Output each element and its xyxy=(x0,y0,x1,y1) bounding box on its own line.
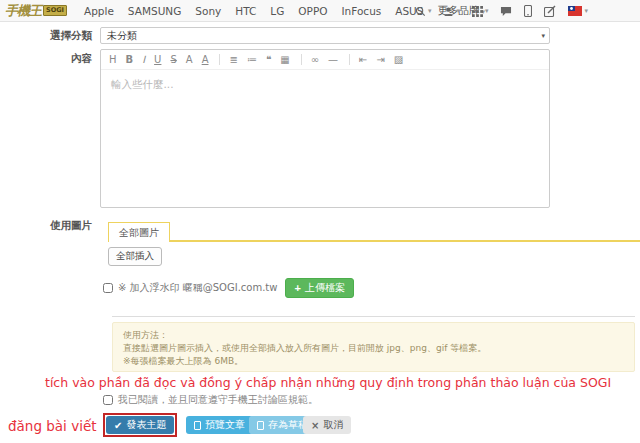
chevron-down-icon: ▾ xyxy=(584,7,588,15)
horizontal-rule-icon[interactable]: — xyxy=(328,51,338,69)
site-logo[interactable]: 手機王 SOGI xyxy=(5,2,67,20)
draft-button-label: 存為草稿 xyxy=(268,418,308,432)
underline-icon[interactable]: U xyxy=(154,51,161,69)
page: 手機王 SOGI Apple SAMSUNG Sony HTC LG OPPO … xyxy=(0,0,640,443)
category-selected-value: 未分類 xyxy=(107,29,137,43)
user-icon[interactable]: ▾ xyxy=(437,6,466,17)
link-icon[interactable]: ∞ xyxy=(311,51,319,69)
annotation-agree-note: tích vào phần đã đọc và đồng ý chấp nhận… xyxy=(45,375,611,390)
bold-icon[interactable]: B xyxy=(126,51,134,69)
tab-all-images[interactable]: 全部圖片 xyxy=(108,222,170,242)
document-icon xyxy=(257,421,264,430)
close-icon: × xyxy=(311,420,319,431)
outdent-icon[interactable]: ⇤ xyxy=(359,51,367,69)
apps-grid-icon[interactable]: ▾ xyxy=(466,6,495,17)
content-label: 內容 xyxy=(28,52,92,66)
chevron-down-icon: ▾ xyxy=(428,7,432,15)
editor-toolbar: H B I U S A A ≣ ≔ ❝ ▦ ∞ — ⇤ ⇥ ▨ xyxy=(101,50,549,70)
annotation-post-note: đăng bài viết xyxy=(8,418,96,434)
tips-line-2: ※每張檔案最大上限為 6MB。 xyxy=(123,355,624,368)
heading-icon[interactable]: H xyxy=(109,51,117,69)
annotation-highlight-frame: ✔ 發表主題 xyxy=(103,413,177,437)
plus-icon: + xyxy=(294,283,300,293)
tab-underline xyxy=(108,240,640,242)
agreement-row: 我已閱讀，並且同意遵守手機王討論區規範。 xyxy=(103,393,318,407)
usage-tips-box: 使用方法： 直接點選圖片圖示插入，或使用全部插入放入所有圖片，目前開放 jpg、… xyxy=(112,322,635,372)
comment-icon[interactable] xyxy=(494,6,518,17)
watermark-checkbox[interactable] xyxy=(103,283,113,293)
logo-text: 手機王 xyxy=(5,2,41,20)
nav-item-infocus[interactable]: InFocus xyxy=(335,5,389,17)
italic-icon[interactable]: I xyxy=(142,51,145,69)
section-divider xyxy=(112,316,635,317)
font-color-icon[interactable]: A xyxy=(202,51,209,69)
edit-icon[interactable] xyxy=(538,5,562,17)
document-icon xyxy=(194,421,201,430)
upload-button-label: 上傳檔案 xyxy=(305,281,345,295)
table-icon[interactable]: ▦ xyxy=(280,51,289,69)
agreement-checkbox[interactable] xyxy=(103,395,113,405)
logo-badge: SOGI xyxy=(43,5,67,16)
preview-button-label: 預覽文章 xyxy=(205,418,245,432)
mobile-phone-icon[interactable] xyxy=(518,5,538,17)
font-size-icon[interactable]: A xyxy=(186,51,193,69)
list-ul-icon[interactable]: ≣ xyxy=(229,51,237,69)
toolbar-divider xyxy=(301,54,302,65)
nav-item-oppo[interactable]: OPPO xyxy=(291,5,334,17)
submit-button-label: 發表主題 xyxy=(126,418,166,432)
watermark-label: ※ 加入浮水印 暱稱@SOGI.com.tw xyxy=(118,281,277,295)
cancel-button[interactable]: × 取消 xyxy=(303,416,351,434)
image-icon[interactable]: ▨ xyxy=(394,51,403,69)
nav-item-sony[interactable]: Sony xyxy=(188,5,228,17)
insert-all-button[interactable]: 全部插入 xyxy=(108,247,162,266)
nav-item-samsung[interactable]: SAMSUNG xyxy=(121,5,188,17)
upload-file-button[interactable]: + 上傳檔案 xyxy=(285,278,353,298)
watermark-row: ※ 加入浮水印 暱稱@SOGI.com.tw + 上傳檔案 xyxy=(103,278,354,298)
agreement-label: 我已閱讀，並且同意遵守手機王討論區規範。 xyxy=(118,393,318,407)
search-icon[interactable]: ▾ xyxy=(409,6,438,17)
toolbar-divider xyxy=(219,54,220,65)
taiwan-flag-icon[interactable]: ▾ xyxy=(562,6,594,16)
category-select[interactable]: 未分類 ▾ xyxy=(100,27,550,44)
strikethrough-icon[interactable]: S xyxy=(170,51,176,69)
tips-line-1: 直接點選圖片圖示插入，或使用全部插入放入所有圖片，目前開放 jpg、png、gi… xyxy=(123,342,624,355)
category-label: 選擇分類 xyxy=(28,29,92,43)
tips-title: 使用方法： xyxy=(123,329,624,342)
top-navbar: 手機王 SOGI Apple SAMSUNG Sony HTC LG OPPO … xyxy=(0,0,640,22)
content-textarea[interactable] xyxy=(101,70,549,206)
submit-post-button[interactable]: ✔ 發表主題 xyxy=(106,416,174,434)
navbar-icon-group: ▾ ▾ ▾ ▾ xyxy=(409,0,594,22)
check-icon: ✔ xyxy=(114,420,122,431)
rich-text-editor: H B I U S A A ≣ ≔ ❝ ▦ ∞ — ⇤ ⇥ ▨ xyxy=(100,49,550,208)
chevron-down-icon: ▾ xyxy=(485,7,489,15)
preview-article-button[interactable]: 預覽文章 xyxy=(186,416,253,434)
nav-item-lg[interactable]: LG xyxy=(263,5,291,17)
list-ol-icon[interactable]: ≔ xyxy=(247,51,257,69)
images-label: 使用圖片 xyxy=(28,219,92,233)
nav-item-apple[interactable]: Apple xyxy=(77,5,121,17)
blockquote-icon[interactable]: ❝ xyxy=(266,51,271,69)
nav-item-htc[interactable]: HTC xyxy=(228,5,263,17)
chevron-down-icon: ▾ xyxy=(456,7,460,15)
chevron-down-icon: ▾ xyxy=(541,32,545,40)
cancel-button-label: 取消 xyxy=(323,418,343,432)
indent-icon[interactable]: ⇥ xyxy=(376,51,384,69)
toolbar-divider xyxy=(349,54,350,65)
